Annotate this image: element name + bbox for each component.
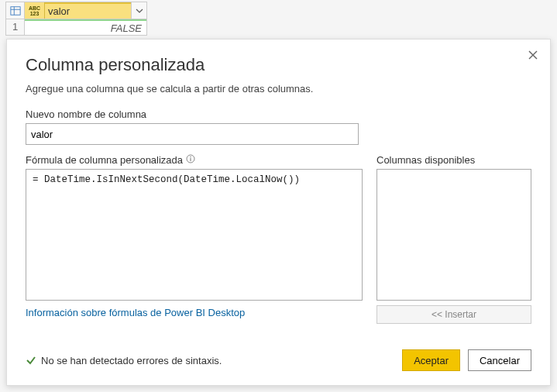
check-icon — [26, 355, 36, 366]
column-filter-dropdown[interactable] — [131, 2, 146, 19]
column-type-icon[interactable]: ABC 123 — [25, 2, 45, 19]
column-name-header[interactable]: valor — [45, 2, 131, 19]
row-number: 1 — [6, 19, 25, 35]
column-name-label: Nuevo nombre de columna — [26, 108, 531, 120]
type-label-abc: ABC — [29, 5, 40, 11]
status-text: No se han detectado errores de sintaxis. — [41, 355, 222, 366]
available-columns-list[interactable] — [376, 169, 531, 301]
data-preview-table: ABC 123 valor 1 FALSE — [5, 2, 147, 36]
table-icon[interactable] — [6, 2, 25, 19]
column-header-row: ABC 123 valor — [6, 2, 146, 19]
custom-column-dialog: Columna personalizada Agregue una column… — [6, 39, 551, 386]
cancel-button[interactable]: Cancelar — [468, 349, 531, 371]
table-row: 1 FALSE — [6, 19, 146, 35]
insert-button[interactable]: << Insertar — [376, 305, 531, 324]
formula-label: Fórmula de columna personalizada — [26, 154, 363, 166]
learn-formulas-link[interactable]: Información sobre fórmulas de Power BI D… — [26, 307, 363, 318]
svg-rect-0 — [10, 6, 19, 15]
svg-rect-7 — [190, 158, 191, 161]
formula-editor[interactable]: = DateTime.IsInNextSecond(DateTime.Local… — [26, 169, 363, 301]
dialog-subtitle: Agregue una columna que se calcula a par… — [26, 83, 531, 95]
close-icon — [528, 50, 538, 60]
available-columns-label: Columnas disponibles — [376, 154, 531, 166]
formula-label-text: Fórmula de columna personalizada — [26, 154, 183, 166]
info-icon[interactable] — [186, 154, 195, 166]
column-name-text: valor — [48, 5, 70, 17]
close-button[interactable] — [525, 47, 541, 63]
accept-button[interactable]: Aceptar — [402, 349, 460, 371]
syntax-status: No se han detectado errores de sintaxis. — [26, 355, 222, 366]
column-name-input[interactable] — [26, 123, 359, 145]
cell-value[interactable]: FALSE — [25, 19, 146, 35]
dialog-title: Columna personalizada — [26, 55, 531, 75]
type-label-123: 123 — [30, 11, 40, 16]
svg-point-6 — [190, 156, 191, 158]
